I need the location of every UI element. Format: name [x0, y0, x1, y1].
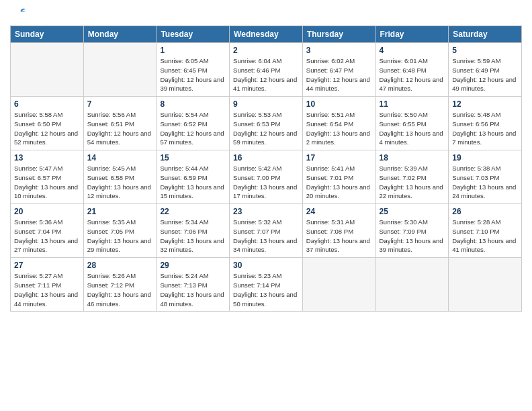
day-number: 28: [87, 261, 153, 270]
daylight-text: Daylight: 13 hours and 44 minutes.: [14, 291, 78, 308]
daylight-text: Daylight: 12 hours and 44 minutes.: [306, 76, 370, 93]
day-info: Sunrise: 5:30 AM Sunset: 7:09 PM Dayligh…: [380, 218, 445, 255]
sunrise-text: Sunrise: 5:38 AM: [452, 165, 500, 172]
sunset-text: Sunset: 7:10 PM: [452, 228, 499, 235]
weekday-header-wednesday: Wednesday: [230, 26, 303, 43]
daylight-text: Daylight: 13 hours and 27 minutes.: [14, 237, 78, 254]
day-info: Sunrise: 5:26 AM Sunset: 7:12 PM Dayligh…: [87, 271, 153, 308]
weekday-header-sunday: Sunday: [11, 26, 84, 43]
sunset-text: Sunset: 6:48 PM: [380, 66, 427, 74]
sunrise-text: Sunrise: 5:23 AM: [233, 272, 281, 279]
day-number: 18: [380, 153, 445, 163]
daylight-text: Daylight: 13 hours and 20 minutes.: [306, 183, 370, 200]
day-number: 14: [87, 153, 153, 163]
day-number: 8: [160, 99, 226, 109]
sunset-text: Sunset: 7:11 PM: [14, 281, 61, 289]
day-number: 21: [87, 207, 153, 216]
daylight-text: Daylight: 12 hours and 39 minutes.: [160, 76, 224, 93]
day-number: 4: [380, 46, 445, 55]
day-cell: 17 Sunrise: 5:41 AM Sunset: 7:01 PM Dayl…: [302, 150, 375, 204]
sunset-text: Sunset: 6:51 PM: [87, 120, 134, 128]
sunrise-text: Sunrise: 5:35 AM: [87, 218, 136, 226]
day-number: 12: [452, 99, 518, 109]
daylight-text: Daylight: 13 hours and 22 minutes.: [380, 183, 443, 200]
day-cell: 25 Sunrise: 5:30 AM Sunset: 7:09 PM Dayl…: [375, 204, 449, 258]
daylight-text: Daylight: 13 hours and 24 minutes.: [452, 183, 516, 200]
day-info: Sunrise: 5:50 AM Sunset: 6:55 PM Dayligh…: [380, 110, 445, 147]
daylight-text: Daylight: 12 hours and 59 minutes.: [233, 130, 297, 146]
sunrise-text: Sunrise: 6:04 AM: [233, 57, 281, 64]
sunrise-text: Sunrise: 6:02 AM: [306, 57, 355, 64]
sunset-text: Sunset: 7:06 PM: [160, 228, 207, 235]
day-cell: 3 Sunrise: 6:02 AM Sunset: 6:47 PM Dayli…: [302, 43, 375, 97]
sunset-text: Sunset: 6:58 PM: [87, 174, 134, 181]
week-row-3: 13 Sunrise: 5:47 AM Sunset: 6:57 PM Dayl…: [11, 150, 522, 204]
week-row-4: 20 Sunrise: 5:36 AM Sunset: 7:04 PM Dayl…: [11, 204, 522, 258]
daylight-text: Daylight: 12 hours and 54 minutes.: [87, 130, 151, 146]
day-info: Sunrise: 5:45 AM Sunset: 6:58 PM Dayligh…: [87, 164, 153, 201]
sunrise-text: Sunrise: 5:56 AM: [87, 111, 136, 118]
day-info: Sunrise: 5:34 AM Sunset: 7:06 PM Dayligh…: [160, 218, 226, 255]
daylight-text: Daylight: 12 hours and 47 minutes.: [380, 76, 443, 93]
sunrise-text: Sunrise: 5:42 AM: [233, 165, 281, 172]
day-info: Sunrise: 5:31 AM Sunset: 7:08 PM Dayligh…: [306, 218, 372, 255]
sunrise-text: Sunrise: 5:36 AM: [14, 218, 62, 226]
sunrise-text: Sunrise: 5:51 AM: [306, 111, 355, 118]
daylight-text: Daylight: 13 hours and 12 minutes.: [87, 183, 151, 200]
day-number: 2: [233, 46, 299, 55]
day-number: 27: [14, 261, 80, 270]
day-cell: 6 Sunrise: 5:58 AM Sunset: 6:50 PM Dayli…: [11, 97, 84, 150]
day-number: 16: [233, 153, 299, 163]
day-number: 24: [306, 207, 372, 216]
sunrise-text: Sunrise: 5:44 AM: [160, 165, 208, 172]
sunrise-text: Sunrise: 6:01 AM: [380, 57, 428, 64]
day-cell: 1 Sunrise: 6:05 AM Sunset: 6:45 PM Dayli…: [157, 43, 230, 97]
day-number: 22: [160, 207, 226, 216]
day-cell: 9 Sunrise: 5:53 AM Sunset: 6:53 PM Dayli…: [230, 97, 303, 150]
week-row-5: 27 Sunrise: 5:27 AM Sunset: 7:11 PM Dayl…: [11, 258, 522, 312]
calendar: SundayMondayTuesdayWednesdayThursdayFrid…: [10, 26, 522, 312]
day-info: Sunrise: 5:59 AM Sunset: 6:49 PM Dayligh…: [452, 56, 518, 93]
day-info: Sunrise: 5:53 AM Sunset: 6:53 PM Dayligh…: [233, 110, 299, 147]
daylight-text: Daylight: 13 hours and 41 minutes.: [452, 237, 516, 254]
day-info: Sunrise: 5:48 AM Sunset: 6:56 PM Dayligh…: [452, 110, 518, 147]
sunset-text: Sunset: 7:04 PM: [14, 228, 61, 235]
day-cell: 29 Sunrise: 5:24 AM Sunset: 7:13 PM Dayl…: [157, 258, 230, 312]
sunrise-text: Sunrise: 5:27 AM: [14, 272, 62, 279]
sunset-text: Sunset: 7:03 PM: [452, 174, 499, 181]
daylight-text: Daylight: 13 hours and 2 minutes.: [306, 130, 370, 146]
day-number: 25: [380, 207, 445, 216]
day-info: Sunrise: 5:24 AM Sunset: 7:13 PM Dayligh…: [160, 271, 226, 308]
sunrise-text: Sunrise: 5:41 AM: [306, 165, 355, 172]
daylight-text: Daylight: 13 hours and 46 minutes.: [87, 291, 151, 308]
daylight-text: Daylight: 13 hours and 39 minutes.: [380, 237, 443, 254]
day-number: 1: [160, 46, 226, 55]
day-cell: 26 Sunrise: 5:28 AM Sunset: 7:10 PM Dayl…: [449, 204, 522, 258]
sunset-text: Sunset: 7:09 PM: [380, 228, 427, 235]
daylight-text: Daylight: 12 hours and 41 minutes.: [233, 76, 297, 93]
weekday-header-monday: Monday: [83, 26, 157, 43]
week-row-2: 6 Sunrise: 5:58 AM Sunset: 6:50 PM Dayli…: [11, 97, 522, 150]
day-info: Sunrise: 6:01 AM Sunset: 6:48 PM Dayligh…: [380, 56, 445, 93]
day-cell: 16 Sunrise: 5:42 AM Sunset: 7:00 PM Dayl…: [230, 150, 303, 204]
day-info: Sunrise: 5:54 AM Sunset: 6:52 PM Dayligh…: [160, 110, 226, 147]
day-cell: 18 Sunrise: 5:39 AM Sunset: 7:02 PM Dayl…: [375, 150, 449, 204]
sunrise-text: Sunrise: 6:05 AM: [160, 57, 208, 64]
sunset-text: Sunset: 6:57 PM: [14, 174, 61, 181]
day-cell: 20 Sunrise: 5:36 AM Sunset: 7:04 PM Dayl…: [11, 204, 84, 258]
daylight-text: Daylight: 12 hours and 57 minutes.: [160, 130, 224, 146]
day-info: Sunrise: 5:44 AM Sunset: 6:59 PM Dayligh…: [160, 164, 226, 201]
weekday-header-saturday: Saturday: [449, 26, 522, 43]
sunrise-text: Sunrise: 5:48 AM: [452, 111, 500, 118]
sunset-text: Sunset: 6:45 PM: [160, 66, 207, 74]
logo-bird-icon: [13, 7, 26, 20]
day-cell: 4 Sunrise: 6:01 AM Sunset: 6:48 PM Dayli…: [375, 43, 449, 97]
day-info: Sunrise: 5:35 AM Sunset: 7:05 PM Dayligh…: [87, 218, 153, 255]
day-info: Sunrise: 5:58 AM Sunset: 6:50 PM Dayligh…: [14, 110, 80, 147]
day-info: Sunrise: 5:41 AM Sunset: 7:01 PM Dayligh…: [306, 164, 372, 201]
day-number: 29: [160, 261, 226, 270]
day-number: 10: [306, 99, 372, 109]
day-cell: [83, 43, 157, 97]
sunrise-text: Sunrise: 5:26 AM: [87, 272, 136, 279]
daylight-text: Daylight: 13 hours and 15 minutes.: [160, 183, 224, 200]
